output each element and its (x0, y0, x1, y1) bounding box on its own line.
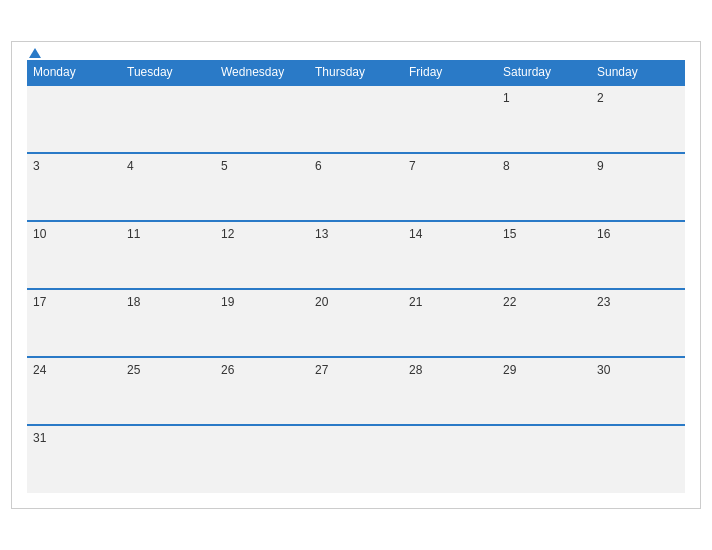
calendar-cell (27, 85, 121, 153)
calendar-cell (121, 425, 215, 493)
weekday-header-sunday: Sunday (591, 60, 685, 85)
day-number: 10 (33, 227, 46, 241)
weekday-header-wednesday: Wednesday (215, 60, 309, 85)
calendar-cell: 24 (27, 357, 121, 425)
calendar-cell: 2 (591, 85, 685, 153)
calendar-cell: 14 (403, 221, 497, 289)
weekday-header-thursday: Thursday (309, 60, 403, 85)
day-number: 24 (33, 363, 46, 377)
day-number: 27 (315, 363, 328, 377)
calendar-cell: 7 (403, 153, 497, 221)
calendar-cell: 8 (497, 153, 591, 221)
calendar-cell (121, 85, 215, 153)
calendar-cell: 29 (497, 357, 591, 425)
calendar-cell: 22 (497, 289, 591, 357)
calendar-cell: 25 (121, 357, 215, 425)
calendar-cell: 19 (215, 289, 309, 357)
day-number: 7 (409, 159, 416, 173)
calendar-cell: 11 (121, 221, 215, 289)
calendar-cell: 10 (27, 221, 121, 289)
calendar-cell (215, 85, 309, 153)
calendar-cell: 12 (215, 221, 309, 289)
day-number: 19 (221, 295, 234, 309)
calendar-cell (403, 85, 497, 153)
day-number: 3 (33, 159, 40, 173)
calendar-cell: 17 (27, 289, 121, 357)
day-number: 18 (127, 295, 140, 309)
calendar-cell (497, 425, 591, 493)
calendar-cell: 28 (403, 357, 497, 425)
calendar-cell (591, 425, 685, 493)
calendar-cell: 13 (309, 221, 403, 289)
weekday-header-tuesday: Tuesday (121, 60, 215, 85)
calendar-cell: 23 (591, 289, 685, 357)
week-row-1: 12 (27, 85, 685, 153)
calendar-cell: 18 (121, 289, 215, 357)
logo (27, 44, 41, 60)
calendar-cell: 6 (309, 153, 403, 221)
calendar-table: MondayTuesdayWednesdayThursdayFridaySatu… (27, 60, 685, 493)
day-number: 12 (221, 227, 234, 241)
day-number: 13 (315, 227, 328, 241)
calendar-cell (309, 85, 403, 153)
day-number: 5 (221, 159, 228, 173)
day-number: 16 (597, 227, 610, 241)
weekday-header-row: MondayTuesdayWednesdayThursdayFridaySatu… (27, 60, 685, 85)
day-number: 4 (127, 159, 134, 173)
day-number: 23 (597, 295, 610, 309)
day-number: 14 (409, 227, 422, 241)
logo-triangle-icon (29, 48, 41, 58)
week-row-3: 10111213141516 (27, 221, 685, 289)
calendar: MondayTuesdayWednesdayThursdayFridaySatu… (11, 41, 701, 509)
calendar-cell: 21 (403, 289, 497, 357)
calendar-cell: 4 (121, 153, 215, 221)
week-row-5: 24252627282930 (27, 357, 685, 425)
day-number: 17 (33, 295, 46, 309)
day-number: 15 (503, 227, 516, 241)
calendar-cell (309, 425, 403, 493)
day-number: 6 (315, 159, 322, 173)
day-number: 31 (33, 431, 46, 445)
calendar-cell: 3 (27, 153, 121, 221)
calendar-cell: 27 (309, 357, 403, 425)
weekday-header-saturday: Saturday (497, 60, 591, 85)
calendar-cell: 31 (27, 425, 121, 493)
day-number: 2 (597, 91, 604, 105)
day-number: 29 (503, 363, 516, 377)
calendar-cell (215, 425, 309, 493)
logo-blue-text (27, 44, 41, 60)
calendar-cell: 9 (591, 153, 685, 221)
calendar-cell: 26 (215, 357, 309, 425)
day-number: 30 (597, 363, 610, 377)
day-number: 9 (597, 159, 604, 173)
day-number: 1 (503, 91, 510, 105)
week-row-4: 17181920212223 (27, 289, 685, 357)
day-number: 26 (221, 363, 234, 377)
calendar-cell: 5 (215, 153, 309, 221)
day-number: 28 (409, 363, 422, 377)
day-number: 20 (315, 295, 328, 309)
calendar-cell: 1 (497, 85, 591, 153)
calendar-cell: 30 (591, 357, 685, 425)
calendar-cell: 15 (497, 221, 591, 289)
week-row-6: 31 (27, 425, 685, 493)
calendar-cell: 20 (309, 289, 403, 357)
calendar-cell: 16 (591, 221, 685, 289)
day-number: 25 (127, 363, 140, 377)
day-number: 21 (409, 295, 422, 309)
calendar-cell (403, 425, 497, 493)
week-row-2: 3456789 (27, 153, 685, 221)
weekday-header-friday: Friday (403, 60, 497, 85)
day-number: 8 (503, 159, 510, 173)
day-number: 11 (127, 227, 140, 241)
weekday-header-monday: Monday (27, 60, 121, 85)
day-number: 22 (503, 295, 516, 309)
